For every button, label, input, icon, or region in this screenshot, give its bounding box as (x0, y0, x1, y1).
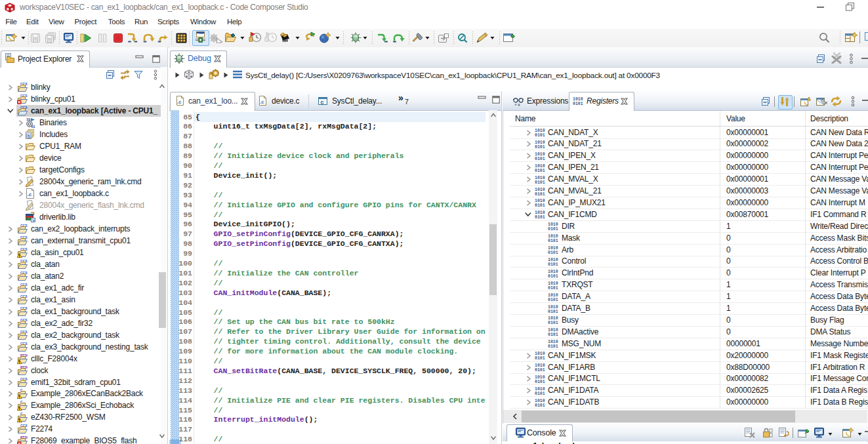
svg-text:1010: 1010 (535, 163, 545, 168)
svg-text:1010: 1010 (548, 293, 558, 297)
svg-text:1010: 1010 (548, 269, 558, 273)
svg-text:1010: 1010 (548, 340, 558, 344)
svg-text:01: 01 (31, 124, 35, 128)
svg-text:1010: 1010 (548, 257, 558, 262)
svg-text:1010: 1010 (548, 328, 558, 333)
svg-text:0101: 0101 (535, 145, 545, 150)
svg-text:0101: 0101 (535, 356, 545, 361)
svg-text:0101: 0101 (548, 239, 558, 243)
svg-text:0101: 0101 (548, 321, 558, 325)
svg-text:0101: 0101 (548, 298, 558, 302)
svg-text:1010: 1010 (535, 129, 545, 133)
svg-text:0101: 0101 (548, 344, 558, 349)
svg-text:0101: 0101 (548, 286, 558, 291)
svg-text:1010: 1010 (535, 140, 545, 144)
svg-text:0101: 0101 (535, 203, 545, 208)
svg-text:0101: 0101 (535, 380, 545, 384)
svg-text:0101: 0101 (535, 180, 545, 185)
svg-text:1010: 1010 (535, 199, 545, 203)
svg-text:1010: 1010 (548, 246, 558, 251)
svg-text:c: c (321, 99, 324, 106)
svg-text:h: h (28, 134, 30, 138)
svg-text:10: 10 (26, 117, 30, 121)
svg-text:1010: 1010 (535, 374, 545, 379)
svg-text:0101: 0101 (548, 310, 558, 314)
svg-text:1010: 1010 (535, 398, 545, 403)
svg-text:0101: 0101 (535, 192, 545, 197)
svg-text:.c: .c (260, 99, 264, 105)
svg-text:0101: 0101 (548, 251, 558, 255)
svg-text:.c: .c (28, 192, 32, 197)
svg-text:1010: 1010 (535, 386, 545, 391)
svg-text:1010: 1010 (548, 234, 558, 239)
svg-text:0101: 0101 (535, 392, 545, 396)
svg-text:0101: 0101 (535, 368, 545, 373)
svg-text:0101: 0101 (548, 274, 558, 279)
svg-text:1010: 1010 (535, 187, 545, 192)
svg-text:0101: 0101 (548, 262, 558, 267)
svg-text:1010: 1010 (535, 211, 545, 215)
svg-text:0101: 0101 (535, 157, 545, 161)
svg-text:0101: 0101 (548, 333, 558, 337)
svg-text:1010: 1010 (548, 222, 558, 227)
svg-text:0101: 0101 (535, 215, 545, 220)
svg-text:0101: 0101 (573, 102, 583, 106)
svg-text:0101: 0101 (535, 403, 545, 408)
svg-text:1010: 1010 (535, 175, 545, 180)
svg-text:1010: 1010 (548, 304, 558, 309)
svg-text:1010: 1010 (573, 97, 583, 102)
svg-text:1010: 1010 (535, 151, 545, 156)
svg-text:1010: 1010 (548, 316, 558, 321)
svg-text:0101: 0101 (535, 133, 545, 138)
svg-text:1010: 1010 (535, 352, 545, 356)
svg-text:0101: 0101 (535, 169, 545, 173)
svg-text:1010: 1010 (535, 363, 545, 368)
svg-text:.c: .c (177, 99, 181, 105)
svg-text:1010: 1010 (548, 281, 558, 285)
svg-text:0101: 0101 (548, 227, 558, 232)
